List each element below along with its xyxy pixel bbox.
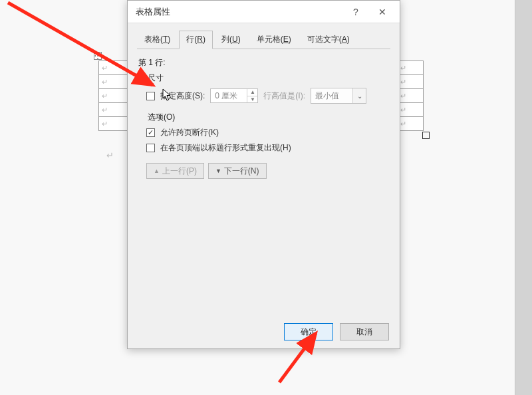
cancel-button[interactable]: 取消 xyxy=(340,323,389,340)
row-height-spinner[interactable]: ▲ ▼ xyxy=(210,88,258,103)
row-heading: 第 1 行: xyxy=(138,57,390,68)
paragraph-mark-icon: ↵ xyxy=(106,150,114,160)
triangle-up-icon: ▲ xyxy=(154,168,160,174)
help-button[interactable]: ? xyxy=(342,3,369,21)
table-cell[interactable]: ↵ xyxy=(397,88,424,103)
tab-cell[interactable]: 单元格(E) xyxy=(249,31,299,49)
scroll-gutter xyxy=(515,0,532,395)
label-accel: O xyxy=(166,112,172,122)
close-button[interactable]: ✕ xyxy=(369,3,396,21)
label-accel: K xyxy=(211,128,216,137)
row-height-input[interactable] xyxy=(211,89,247,102)
table-properties-dialog: 表格属性 ? ✕ 表格(T) 行(R) 列(U) 单元格(E) 可选文字(A) … xyxy=(127,0,400,349)
table-cell[interactable]: ↵ xyxy=(397,61,424,75)
combo-value: 最小值 xyxy=(311,90,352,102)
repeat-header-checkbox[interactable] xyxy=(146,144,155,152)
spinner-arrows[interactable]: ▲ ▼ xyxy=(247,89,257,102)
tab-column[interactable]: 列(U) xyxy=(214,31,248,49)
label-text: 行高值是 xyxy=(263,91,295,100)
chevron-down-icon[interactable]: ⌄ xyxy=(352,88,366,103)
allow-break-checkbox[interactable] xyxy=(146,128,155,137)
options-label: 选项(O) xyxy=(148,112,390,123)
height-is-label: 行高值是(I): xyxy=(263,90,305,102)
table-fragment-right: ↵ ↵ ↵ ↵ ↵ xyxy=(397,61,424,131)
label-accel: I xyxy=(298,91,300,100)
spinner-up-icon[interactable]: ▲ xyxy=(247,89,257,96)
label-text: 指定高度 xyxy=(160,91,192,100)
tab-accel: T xyxy=(163,35,168,44)
label-text: 选项 xyxy=(148,112,164,122)
button-label: 下一行(N) xyxy=(224,166,259,177)
table-move-handle-icon[interactable] xyxy=(94,52,102,60)
table-cell[interactable]: ↵ xyxy=(397,102,424,117)
size-label: 尺寸 xyxy=(148,72,390,84)
tab-label: 可选文字 xyxy=(307,35,339,44)
tab-label: 表格 xyxy=(144,35,160,44)
next-row-button[interactable]: ▼ 下一行(N) xyxy=(208,163,267,179)
tab-row[interactable]: 行(R) xyxy=(179,31,213,49)
tab-label: 列 xyxy=(221,35,229,44)
prev-row-button[interactable]: ▲ 上一行(P) xyxy=(146,163,204,179)
tab-accel: U xyxy=(232,35,238,44)
tab-label: 单元格 xyxy=(257,35,281,44)
tab-accel: A xyxy=(342,35,347,44)
tab-table[interactable]: 表格(T) xyxy=(137,31,178,49)
repeat-header-label: 在各页顶端以标题行形式重复出现(H) xyxy=(160,142,291,154)
height-rule-combo[interactable]: 最小值 ⌄ xyxy=(311,88,366,104)
label-text: 在各页顶端以标题行形式重复出现 xyxy=(160,143,280,152)
tab-label: 行 xyxy=(186,35,194,44)
label-text: 允许跨页断行 xyxy=(160,128,208,137)
allow-break-label: 允许跨页断行(K) xyxy=(160,127,219,138)
table-resize-handle-icon[interactable] xyxy=(422,132,430,139)
dialog-title: 表格属性 xyxy=(136,6,342,18)
specify-height-checkbox[interactable] xyxy=(146,92,155,100)
button-label: 上一行(P) xyxy=(162,166,197,177)
dialog-body: 表格(T) 行(R) 列(U) 单元格(E) 可选文字(A) 第 1 行: 尺寸… xyxy=(128,23,400,315)
table-cell[interactable]: ↵ xyxy=(397,116,424,131)
triangle-down-icon: ▼ xyxy=(215,168,221,174)
spinner-down-icon[interactable]: ▼ xyxy=(247,96,257,103)
table-cell[interactable]: ↵ xyxy=(397,74,424,89)
dialog-footer: 确定 取消 xyxy=(128,315,400,348)
tabstrip: 表格(T) 行(R) 列(U) 单元格(E) 可选文字(A) xyxy=(137,30,390,49)
specify-height-label: 指定高度(S): xyxy=(160,90,205,102)
label-accel: H xyxy=(283,143,289,152)
dialog-titlebar[interactable]: 表格属性 ? ✕ xyxy=(128,1,400,23)
tab-accel: E xyxy=(283,35,289,44)
tab-accel: R xyxy=(197,35,203,44)
tab-alttext[interactable]: 可选文字(A) xyxy=(300,31,357,49)
label-accel: S xyxy=(195,91,200,100)
ok-button[interactable]: 确定 xyxy=(284,323,333,340)
